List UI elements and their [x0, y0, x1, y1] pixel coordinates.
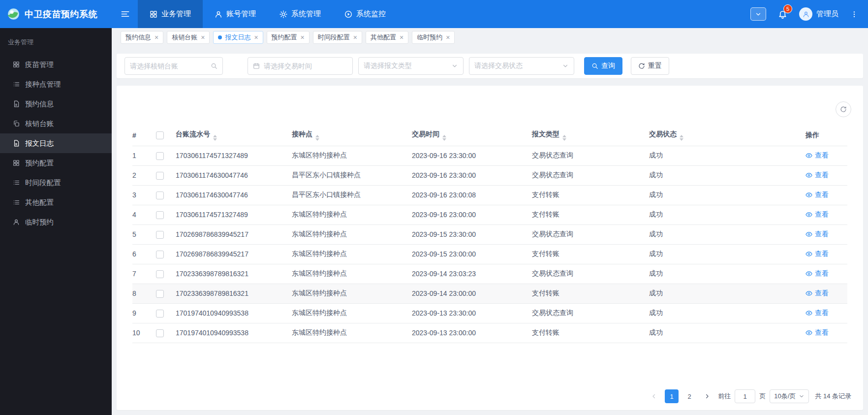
notifications-button[interactable]: 5 [778, 9, 787, 19]
view-link[interactable]: 查看 [806, 191, 829, 199]
select-all-checkbox[interactable] [156, 131, 164, 139]
message-type-select[interactable]: 请选择报文类型 [358, 57, 464, 75]
tab-label: 预约配置 [272, 33, 297, 42]
more-menu-button[interactable] [850, 10, 858, 18]
navbar-right: 5 管理员 [750, 0, 868, 28]
col-serial[interactable]: 台账流水号 [176, 125, 292, 146]
tab-ledger[interactable]: 核销台账 × [167, 31, 210, 44]
transaction-time-picker[interactable] [248, 57, 353, 75]
row-checkbox[interactable] [156, 192, 164, 199]
view-link[interactable]: 查看 [806, 230, 829, 239]
row-index: 5 [132, 224, 156, 244]
sort-icon[interactable] [213, 135, 217, 141]
row-checkbox[interactable] [156, 172, 164, 180]
sidebar-item-appointment-config[interactable]: 预约配置 [0, 153, 112, 173]
close-icon[interactable]: × [254, 34, 258, 41]
page-size-select[interactable]: 10条/页 [770, 389, 809, 403]
nav-item-system-management[interactable]: 系统管理 [268, 0, 333, 28]
nav-item-business-management[interactable]: 业务管理 [138, 0, 203, 28]
row-index: 2 [132, 165, 156, 185]
view-link[interactable]: 查看 [806, 171, 829, 180]
view-link[interactable]: 查看 [806, 309, 829, 318]
sidebar-item-label: 接种点管理 [25, 80, 61, 89]
sidebar-collapse-button[interactable] [121, 0, 130, 28]
sort-icon[interactable] [680, 135, 683, 141]
sidebar-item-message-log[interactable]: 报文日志 [0, 133, 112, 153]
ledger-search-input[interactable] [130, 62, 207, 70]
tab-appointment-config[interactable]: 预约配置 × [267, 31, 310, 44]
sidebar-item-ledger[interactable]: 核销台账 [0, 114, 112, 133]
eye-icon [806, 290, 812, 297]
view-link[interactable]: 查看 [806, 151, 829, 160]
table-refresh-button[interactable] [836, 101, 851, 117]
tab-other-config[interactable]: 其他配置 × [366, 31, 408, 44]
search-button[interactable]: 查询 [584, 57, 622, 75]
close-icon[interactable]: × [301, 34, 305, 41]
chevron-right-icon [704, 393, 711, 400]
row-checkbox[interactable] [156, 310, 164, 318]
close-icon[interactable]: × [353, 34, 357, 41]
eye-icon [806, 172, 812, 179]
view-link[interactable]: 查看 [806, 289, 829, 298]
table-row: 2 1703061174630047746 昌平区东小口镇接种点 2023-09… [132, 165, 847, 185]
total-records-label: 共 14 条记录 [815, 392, 851, 401]
sidebar-section-label: 业务管理 [0, 38, 112, 55]
tab-message-log[interactable]: 报文日志 × [213, 31, 263, 44]
cell-serial: 1701974010940993538 [176, 303, 292, 323]
tab-temp-appointment[interactable]: 临时预约 × [412, 31, 455, 44]
navbar-dropdown-button[interactable] [750, 7, 766, 21]
row-checkbox[interactable] [156, 152, 164, 160]
file-icon [13, 100, 20, 107]
row-checkbox[interactable] [156, 270, 164, 278]
row-index: 9 [132, 303, 156, 323]
list-icon [13, 199, 20, 206]
eye-icon [806, 211, 812, 218]
close-icon[interactable]: × [155, 34, 158, 41]
sort-icon[interactable] [562, 135, 566, 141]
prev-page-button[interactable] [647, 389, 661, 403]
sidebar-item-timeslot-config[interactable]: 时间段配置 [0, 173, 112, 192]
col-status[interactable]: 交易状态 [649, 125, 806, 146]
table-row: 6 1702698786839945217 东城区特约接种点 2023-09-1… [132, 244, 847, 264]
sidebar-item-temp-appointment[interactable]: 临时预约 [0, 212, 112, 232]
transaction-time-input[interactable] [264, 62, 347, 70]
filter-bar: 请选择报文类型 请选择交易状态 查询 重置 [117, 54, 863, 78]
sort-icon[interactable] [315, 135, 319, 141]
page-button-1[interactable]: 1 [665, 389, 679, 403]
reset-button[interactable]: 重置 [631, 57, 669, 75]
row-checkbox[interactable] [156, 290, 164, 298]
refresh-icon [638, 63, 645, 69]
sidebar-item-site-management[interactable]: 接种点管理 [0, 74, 112, 94]
row-checkbox[interactable] [156, 329, 164, 337]
row-checkbox[interactable] [156, 231, 164, 239]
row-checkbox[interactable] [156, 211, 164, 219]
view-link[interactable]: 查看 [806, 328, 829, 337]
sidebar-item-vaccine-management[interactable]: 疫苗管理 [0, 55, 112, 74]
list-icon [13, 81, 20, 88]
close-icon[interactable]: × [400, 34, 403, 41]
page-button-2[interactable]: 2 [682, 389, 696, 403]
eye-icon [806, 270, 812, 277]
col-type[interactable]: 报文类型 [532, 125, 649, 146]
view-link[interactable]: 查看 [806, 269, 829, 278]
sidebar-item-appointment-info[interactable]: 预约信息 [0, 94, 112, 114]
transaction-status-select[interactable]: 请选择交易状态 [469, 57, 574, 75]
nav-item-account-management[interactable]: 账号管理 [203, 0, 268, 28]
sort-icon[interactable] [442, 135, 446, 141]
col-time[interactable]: 交易时间 [412, 125, 532, 146]
row-checkbox[interactable] [156, 251, 164, 258]
view-link[interactable]: 查看 [806, 210, 829, 219]
cell-serial: 1702698786839945217 [176, 244, 292, 264]
sidebar-item-other-config[interactable]: 其他配置 [0, 192, 112, 212]
close-icon[interactable]: × [201, 34, 205, 41]
next-page-button[interactable] [700, 389, 714, 403]
user-menu[interactable]: 管理员 [799, 7, 838, 21]
goto-page-input[interactable] [735, 389, 755, 403]
nav-item-system-monitor[interactable]: 系统监控 [333, 0, 398, 28]
tab-timeslot-config[interactable]: 时间段配置 × [313, 31, 362, 44]
close-icon[interactable]: × [446, 34, 450, 41]
ledger-search-field[interactable] [124, 57, 223, 75]
tab-appointment-info[interactable]: 预约信息 × [121, 31, 163, 44]
view-link[interactable]: 查看 [806, 250, 829, 258]
col-site[interactable]: 接种点 [292, 125, 412, 146]
